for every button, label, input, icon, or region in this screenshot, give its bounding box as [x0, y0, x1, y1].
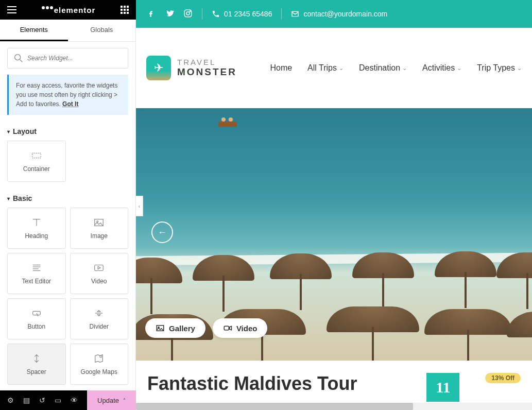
settings-icon[interactable]: ⚙: [7, 396, 14, 404]
svg-marker-20: [230, 326, 232, 330]
nav-home[interactable]: Home: [270, 63, 292, 73]
container-icon: [31, 150, 42, 161]
tour-title: Fantastic Maldives Tour: [147, 373, 357, 395]
nav-destination[interactable]: Destination⌄: [359, 63, 407, 73]
instagram-icon[interactable]: [183, 9, 193, 20]
phone-icon: [212, 10, 220, 18]
widget-label: Heading: [25, 232, 48, 240]
video-icon: [93, 262, 105, 274]
svg-line-1: [20, 60, 23, 62]
hero-decor: [424, 309, 512, 340]
gallery-icon: [156, 323, 165, 333]
tab-globals[interactable]: Globals: [68, 20, 136, 41]
site-brand[interactable]: ✈ TRAVEL MONSTER: [146, 56, 237, 80]
update-button[interactable]: Update ˄: [87, 390, 136, 410]
widget-label: Divider: [90, 323, 109, 330]
search-icon: [13, 53, 24, 64]
tab-elements[interactable]: Elements: [0, 20, 68, 41]
video-icon: [223, 323, 232, 333]
divider-icon: [93, 308, 105, 319]
svg-point-4: [97, 221, 98, 223]
widget-divider[interactable]: Divider: [70, 298, 129, 339]
apps-icon[interactable]: [121, 6, 129, 14]
email-contact[interactable]: contact@yourdomain.com: [291, 10, 387, 18]
hero-decor: [193, 255, 254, 286]
separator: [202, 8, 202, 20]
widget-container[interactable]: Container: [7, 141, 66, 182]
video-button[interactable]: Video: [213, 318, 268, 338]
hero-decor: [496, 252, 532, 283]
chevron-up-icon: ˄: [123, 398, 126, 403]
email-text: contact@yourdomain.com: [303, 10, 387, 18]
svg-rect-19: [224, 326, 229, 330]
search-input[interactable]: [27, 55, 123, 62]
brand-logo-icon: ✈: [146, 56, 171, 80]
nav-activities[interactable]: Activities⌄: [422, 63, 461, 73]
history-icon[interactable]: ↺: [39, 396, 45, 404]
update-label: Update: [97, 397, 119, 404]
svg-point-15: [186, 12, 190, 15]
svg-rect-2: [32, 153, 41, 158]
hero-decor: [136, 258, 182, 288]
navigator-icon[interactable]: ▤: [23, 396, 30, 404]
tip-gotit-link[interactable]: Got It: [62, 100, 78, 108]
hero-decor: [270, 253, 332, 284]
widget-text-editor[interactable]: Text Editor: [7, 253, 66, 294]
widget-label: Google Maps: [81, 368, 117, 375]
widget-google-maps[interactable]: Google Maps: [70, 344, 129, 385]
tour-header: Fantastic Maldives Tour 11 13% Off: [136, 361, 532, 402]
svg-rect-9: [95, 265, 104, 271]
brand-text: TRAVEL MONSTER: [177, 58, 237, 77]
discount-badge: 13% Off: [485, 373, 521, 383]
widget-button[interactable]: Button: [7, 298, 66, 339]
widget-label: Text Editor: [22, 278, 51, 285]
nav-all-trips[interactable]: All Trips⌄: [307, 63, 344, 73]
search-widget-box[interactable]: [7, 48, 128, 69]
nav-label: Trip Types: [477, 63, 515, 73]
preview-icon[interactable]: 👁: [71, 396, 78, 404]
main-nav: Home All Trips⌄ Destination⌄ Activities⌄…: [270, 63, 522, 73]
responsive-icon[interactable]: ▭: [55, 396, 61, 404]
elementor-logo-text: elementor: [54, 6, 96, 14]
widget-label: Spacer: [27, 368, 46, 375]
section-layout[interactable]: Layout: [0, 122, 135, 141]
widget-video[interactable]: Video: [70, 253, 129, 294]
twitter-icon[interactable]: [165, 9, 174, 20]
widget-image[interactable]: Image: [70, 208, 129, 249]
sidebar-tabs: Elements Globals: [0, 20, 135, 42]
widget-label: Video: [91, 278, 107, 285]
widget-spacer[interactable]: Spacer: [7, 344, 66, 385]
elementor-logo: elementor: [42, 6, 96, 14]
chevron-down-icon: ⌄: [402, 65, 407, 72]
days-badge: 11: [426, 373, 459, 402]
svg-marker-10: [98, 266, 100, 269]
email-icon: [291, 10, 299, 18]
hero-decor: [327, 306, 419, 337]
gallery-label: Gallery: [169, 324, 195, 333]
hero-decor: [218, 122, 237, 127]
map-icon: [93, 353, 105, 364]
phone-contact[interactable]: 01 2345 65486: [212, 10, 272, 18]
hero-prev-button[interactable]: ←: [151, 221, 173, 243]
svg-point-13: [100, 356, 102, 358]
elementor-sidebar: Elements Globals For easy access, favori…: [0, 20, 136, 390]
section-basic[interactable]: Basic: [0, 189, 135, 208]
heading-icon: [31, 217, 42, 228]
widget-label: Container: [23, 165, 50, 173]
hero-decor: [435, 251, 496, 282]
scrollbar-thumb[interactable]: [136, 403, 413, 410]
button-icon: [31, 308, 42, 319]
collapse-sidebar-tab[interactable]: ‹: [136, 196, 143, 216]
menu-icon[interactable]: [7, 6, 16, 13]
image-icon: [93, 217, 105, 228]
nav-label: Activities: [422, 63, 455, 73]
nav-trip-types[interactable]: Trip Types⌄: [477, 63, 522, 73]
facebook-icon[interactable]: [146, 9, 156, 20]
widget-heading[interactable]: Heading: [7, 208, 66, 249]
brand-line1: TRAVEL: [177, 58, 237, 67]
horizontal-scrollbar[interactable]: [136, 403, 532, 410]
gallery-button[interactable]: Gallery: [145, 318, 205, 338]
nav-label: Home: [270, 63, 292, 73]
separator: [281, 8, 282, 20]
favorite-tip: For easy access, favorite the widgets yo…: [7, 75, 128, 115]
